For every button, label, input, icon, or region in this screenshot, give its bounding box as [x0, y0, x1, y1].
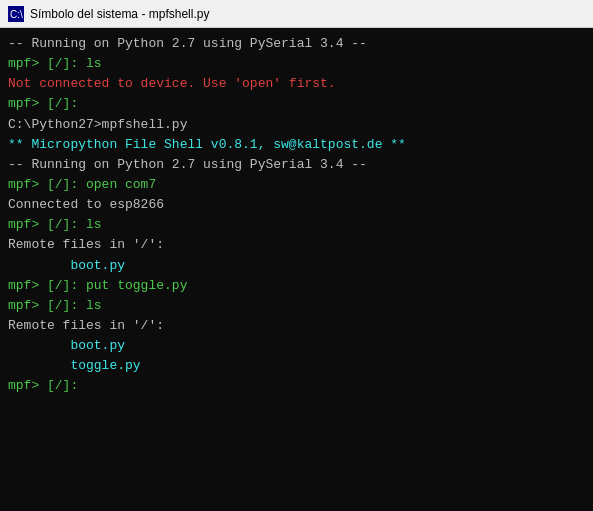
terminal-line: toggle.py: [8, 356, 585, 376]
terminal-text: mpf> [/]:: [8, 96, 86, 111]
terminal-line: Remote files in '/':: [8, 316, 585, 336]
terminal-line: Connected to esp8266: [8, 195, 585, 215]
terminal-text: Remote files in '/':: [8, 318, 180, 333]
terminal-line: Remote files in '/':: [8, 235, 585, 255]
terminal-text: mpf> [/]: put toggle.py: [8, 278, 187, 293]
terminal-line: boot.py: [8, 336, 585, 356]
terminal-text: mpf> [/]: ls: [8, 56, 102, 71]
terminal-line: Not connected to device. Use 'open' firs…: [8, 74, 585, 94]
terminal[interactable]: -- Running on Python 2.7 using PySerial …: [0, 28, 593, 511]
terminal-line: mpf> [/]: ls: [8, 215, 585, 235]
terminal-line: boot.py: [8, 256, 585, 276]
terminal-text: -- Running on Python 2.7 using PySerial …: [8, 157, 367, 172]
terminal-line: mpf> [/]: ls: [8, 54, 585, 74]
terminal-text: C:\Python27>mpfshell.py: [8, 117, 187, 132]
terminal-line: -- Running on Python 2.7 using PySerial …: [8, 34, 585, 54]
terminal-line: ** Micropython File Shell v0.8.1, sw@kal…: [8, 135, 585, 155]
terminal-text: ** Micropython File Shell v0.8.1, sw@kal…: [8, 137, 406, 152]
terminal-text: mpf> [/]:: [8, 378, 86, 393]
terminal-text: Connected to esp8266: [8, 197, 164, 212]
terminal-line: -- Running on Python 2.7 using PySerial …: [8, 155, 585, 175]
title-bar-text: Símbolo del sistema - mpfshell.py: [30, 7, 585, 21]
terminal-line: C:\Python27>mpfshell.py: [8, 115, 585, 135]
terminal-line: mpf> [/]:: [8, 376, 585, 396]
terminal-text: Not connected to device. Use 'open' firs…: [8, 76, 336, 91]
svg-text:C:\: C:\: [10, 9, 23, 20]
terminal-text: Remote files in '/':: [8, 237, 180, 252]
terminal-line: mpf> [/]: ls: [8, 296, 585, 316]
terminal-text: mpf> [/]: ls: [8, 298, 102, 313]
terminal-line: mpf> [/]: open com7: [8, 175, 585, 195]
terminal-text: -- Running on Python 2.7 using PySerial …: [8, 36, 367, 51]
terminal-text: toggle.py: [8, 358, 141, 373]
terminal-text: boot.py: [8, 258, 125, 273]
title-bar: C:\ Símbolo del sistema - mpfshell.py: [0, 0, 593, 28]
terminal-line: mpf> [/]: put toggle.py: [8, 276, 585, 296]
terminal-text: mpf> [/]: ls: [8, 217, 102, 232]
terminal-icon: C:\: [8, 6, 24, 22]
terminal-text: boot.py: [8, 338, 125, 353]
terminal-text: mpf> [/]: open com7: [8, 177, 156, 192]
terminal-line: mpf> [/]:: [8, 94, 585, 114]
